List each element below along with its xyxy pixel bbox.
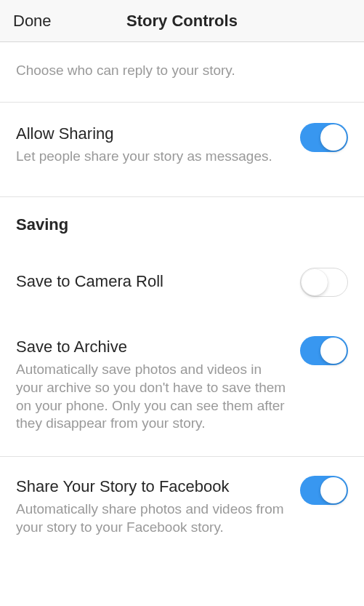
toggle-knob <box>320 338 347 364</box>
toggle-knob <box>302 269 328 295</box>
allow-sharing-row: Allow Sharing Let people share your stor… <box>0 103 364 197</box>
allow-sharing-desc: Let people share your story as messages. <box>16 148 287 166</box>
share-facebook-toggle[interactable] <box>300 476 348 505</box>
toggle-knob <box>320 477 347 503</box>
save-archive-row: Save to Archive Automatically save photo… <box>0 326 364 457</box>
saving-section-header: Saving <box>0 197 364 243</box>
page-title: Story Controls <box>126 12 238 31</box>
save-camera-roll-title: Save to Camera Roll <box>16 272 287 291</box>
toggle-knob <box>320 124 347 151</box>
save-archive-toggle[interactable] <box>300 336 348 365</box>
save-camera-roll-toggle[interactable] <box>300 268 348 297</box>
share-facebook-row: Share Your Story to Facebook Automatical… <box>0 457 364 551</box>
share-facebook-text: Share Your Story to Facebook Automatical… <box>16 477 287 537</box>
save-camera-roll-row: Save to Camera Roll <box>0 243 364 326</box>
reply-hint-block: Choose who can reply to your story. <box>0 42 364 103</box>
save-archive-title: Save to Archive <box>16 338 287 356</box>
save-camera-roll-text: Save to Camera Roll <box>16 272 287 291</box>
allow-sharing-title: Allow Sharing <box>16 124 287 143</box>
share-facebook-desc: Automatically share photos and videos fr… <box>16 501 287 536</box>
reply-hint-text: Choose who can reply to your story. <box>16 62 348 80</box>
allow-sharing-toggle[interactable] <box>300 123 348 152</box>
allow-sharing-text: Allow Sharing Let people share your stor… <box>16 124 287 166</box>
share-facebook-title: Share Your Story to Facebook <box>16 477 287 496</box>
done-button[interactable]: Done <box>13 12 52 31</box>
header: Done Story Controls <box>0 0 364 42</box>
save-archive-desc: Automatically save photos and videos in … <box>16 361 287 433</box>
save-archive-text: Save to Archive Automatically save photo… <box>16 338 287 433</box>
